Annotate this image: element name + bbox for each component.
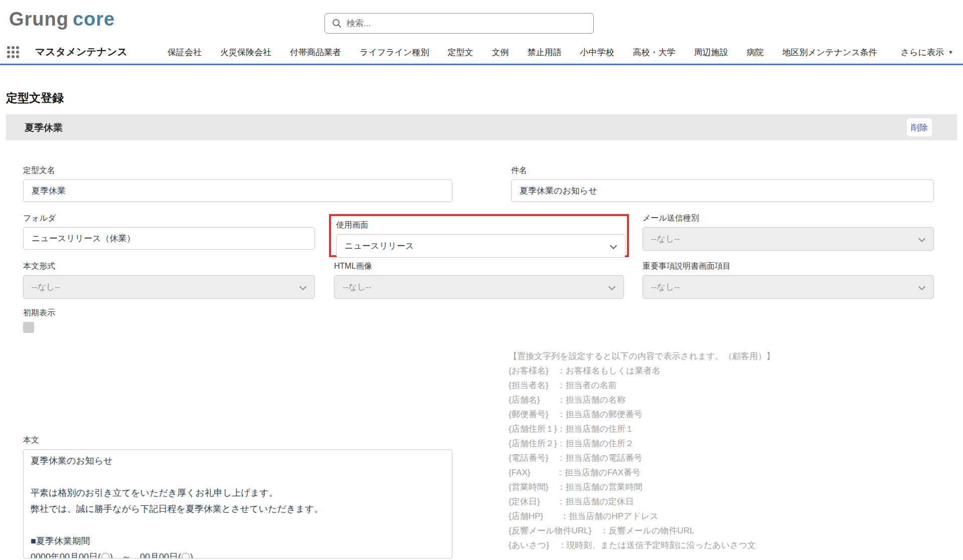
annotation-highlight-box: 使用画面 ニュースリリース [329,214,629,257]
folder-input[interactable] [23,227,315,250]
tab-regional-maintenance-conditions[interactable]: 地区別メンテナンス条件 [782,47,877,58]
body-format-label: 本文形式 [23,261,315,272]
replacement-item: {郵便番号} ：担当店舗の郵便番号 [509,407,870,422]
logo-text-core: core [73,9,115,30]
subject-input[interactable] [511,179,934,202]
initial-display-label: 初期表示 [23,308,55,318]
field-folder: フォルダ [23,213,315,250]
body-format-select: --なし-- [23,275,315,299]
field-body-format: 本文形式 --なし-- [23,261,315,299]
replacement-item: {お客様名} ：お客様名もしくは業者名 [509,363,870,378]
body-label: 本文 [23,435,452,446]
replacement-item: {定休日} ：担当店舗の定休日 [509,494,870,509]
tab-ancillary-product-vendor[interactable]: 付帯商品業者 [290,47,341,58]
record-section-header: 夏季休業 削除 [6,114,957,140]
search-icon [332,19,342,28]
replacement-item: {反響メール物件URL} ：反響メールの物件URL [509,523,870,538]
tab-example-sentence[interactable]: 文例 [492,47,509,58]
replacement-item: {店舗住所２}：担当店舗の住所２ [509,436,870,451]
replacement-item: {電話番号} ：担当店舗の電話番号 [509,451,870,465]
screen-label: 使用画面 [336,220,622,231]
chevron-down-icon [299,283,306,290]
mail-type-select: --なし-- [643,227,934,251]
app-logo: Grungcore [9,6,115,32]
replacement-item: {店舗HP} ：担当店舗のHPアドレス [509,509,870,523]
logo-text-grung: Grung [9,9,69,30]
important-item-label: 重要事項説明書画面項目 [643,261,934,272]
replacement-item: {店舗住所１}：担当店舗の住所１ [509,422,870,436]
field-template-name: 定型文名 [23,165,452,202]
screen-select-value: ニュースリリース [345,240,414,252]
replacement-heading: 【置換文字列を設定すると以下の内容で表示されます。（顧客用）】 [509,349,870,363]
chevron-down-icon [608,283,615,290]
tab-guarantor-company[interactable]: 保証会社 [168,47,202,58]
tab-template-text[interactable]: 定型文 [447,47,473,58]
replacement-item: {あいさつ} ：現時刻、または送信予定時刻に沿ったあいさつ文 [509,538,870,552]
search-placeholder: 検索... [347,18,371,29]
page-title: 定型文登録 [6,90,64,106]
global-header: Grungcore 検索... ★ ▼ + ? ⚙ [0,0,963,41]
tab-high-school-university[interactable]: 高校・大学 [632,47,675,58]
replacement-string-info: 【置換文字列を設定すると以下の内容で表示されます。（顧客用）】 {お客様名} ：… [509,349,870,552]
important-item-select: --なし-- [643,275,934,299]
body-textarea[interactable]: 夏季休業のお知らせ 平素は格別のお引き立てをいただき厚くお礼申し上げます。 弊社… [23,449,452,558]
chevron-down-icon: ▼ [948,49,953,55]
chevron-down-icon [610,242,617,249]
delete-button[interactable]: 削除 [907,118,932,136]
replacement-item: {FAX} ：担当店舗のFAX番号 [509,465,870,480]
template-name-label: 定型文名 [23,165,452,176]
field-mail-type: メール送信種別 --なし-- [643,213,934,251]
app-navigation-bar: マスタメンテナンス 保証会社 火災保険会社 付帯商品業者 ライフライン種別 定型… [0,41,963,65]
tab-prohibited-words[interactable]: 禁止用語 [527,47,561,58]
tab-fire-insurance-company[interactable]: 火災保険会社 [220,47,271,58]
body-format-select-value: --なし-- [32,281,60,293]
field-body: 本文 夏季休業のお知らせ 平素は格別のお引き立てをいただき厚くお礼申し上げます。… [23,435,452,560]
field-important-item: 重要事項説明書画面項目 --なし-- [643,261,934,299]
app-launcher-waffle-icon[interactable] [7,46,20,59]
template-name-input[interactable] [23,179,452,202]
tab-show-more[interactable]: さらに表示 ▼ [901,47,953,58]
initial-display-checkbox [23,322,34,333]
subject-label: 件名 [511,165,934,176]
replacement-item: {担当者名} ：担当者の名前 [509,378,870,393]
mail-type-label: メール送信種別 [643,213,934,224]
screen-select[interactable]: ニュースリリース [336,234,625,258]
chevron-down-icon [918,235,925,242]
tab-elementary-middle-school[interactable]: 小中学校 [580,47,614,58]
folder-label: フォルダ [23,213,315,224]
html-image-select: --なし-- [334,275,624,299]
field-subject: 件名 [511,165,934,202]
replacement-item: {営業時間} ：担当店舗の営業時間 [509,480,870,494]
mail-type-select-value: --なし-- [651,233,680,245]
record-title: 夏季休業 [25,121,63,134]
field-initial-display: 初期表示 [23,308,55,333]
app-name[interactable]: マスタメンテナンス [35,45,127,59]
global-search-input[interactable]: 検索... [325,13,594,34]
replacement-item: {店舗名} ：担当店舗の名称 [509,393,870,407]
html-image-select-value: --なし-- [343,281,371,293]
tab-nearby-facilities[interactable]: 周辺施設 [694,47,728,58]
tab-hospital[interactable]: 病院 [746,47,763,58]
chevron-down-icon [918,283,925,290]
tab-lifeline-type[interactable]: ライフライン種別 [360,47,429,58]
nav-tabs: 保証会社 火災保険会社 付帯商品業者 ライフライン種別 定型文 文例 禁止用語 … [168,41,953,64]
show-more-label: さらに表示 [901,47,944,58]
html-image-label: HTML画像 [334,261,624,272]
important-item-select-value: --なし-- [651,281,680,293]
field-html-image: HTML画像 --なし-- [334,261,624,299]
